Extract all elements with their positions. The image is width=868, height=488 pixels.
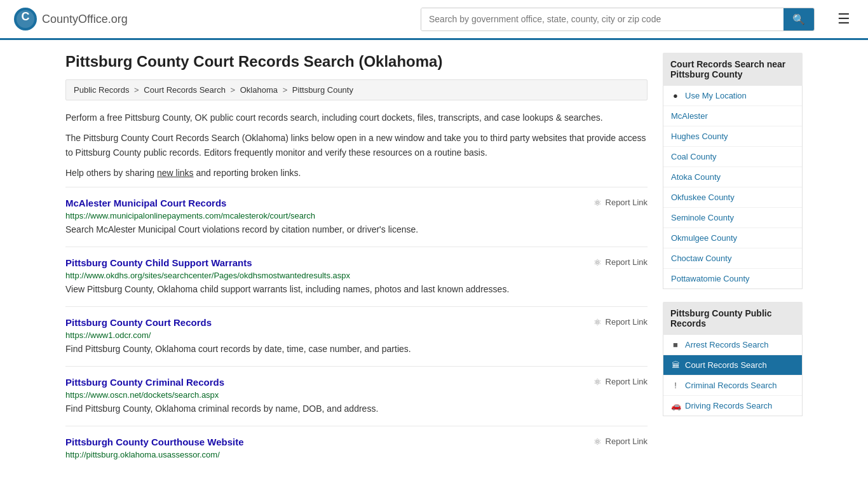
- record-entry-2: Pittsburg County Court Records ⚛ Report …: [65, 306, 648, 366]
- breadcrumb: Public Records > Court Records Search > …: [65, 79, 648, 100]
- record-desc-2: Find Pittsburg County, Oklahoma court re…: [65, 342, 648, 356]
- record-desc-3: Find Pittsburg County, Oklahoma criminal…: [65, 402, 648, 416]
- description-2: The Pittsburg County Court Records Searc…: [65, 131, 648, 159]
- record-url-4: http://pittsburg.oklahoma.usassessor.com…: [65, 450, 648, 459]
- building-icon: 🏛: [671, 360, 680, 370]
- new-links-link[interactable]: new links: [157, 168, 194, 178]
- record-entry-0: McAlester Municipal Court Records ⚛ Repo…: [65, 187, 648, 247]
- breadcrumb-pittsburg-county[interactable]: Pittsburg County: [292, 85, 353, 95]
- report-icon-1: ⚛: [593, 257, 602, 268]
- record-desc-1: View Pittsburg County, Oklahoma child su…: [65, 283, 648, 296]
- sidebar-link-coal-county[interactable]: Coal County: [663, 147, 802, 166]
- sidebar-pr-item-arrest: ■ Arrest Records Search: [663, 335, 802, 355]
- record-header-0: McAlester Municipal Court Records ⚛ Repo…: [65, 198, 648, 208]
- sidebar-public-records-list: ■ Arrest Records Search 🏛 Court Records …: [663, 335, 803, 416]
- page-title: Pittsburg County Court Records Search (O…: [65, 53, 648, 71]
- sidebar-public-records-section: Pittsburg County Public Records ■ Arrest…: [663, 302, 803, 416]
- sidebar-nearby-item-coal-county: Coal County: [663, 147, 802, 167]
- sidebar-pr-item-criminal: ! Criminal Records Search: [663, 376, 802, 396]
- sidebar-nearby-item-okmulgee-county: Okmulgee County: [663, 228, 802, 248]
- sidebar: Court Records Search near Pittsburg Coun…: [663, 53, 803, 472]
- sidebar-link-seminole-county[interactable]: Seminole County: [663, 208, 802, 227]
- record-url-0: https://www.municipalonlinepayments.com/…: [65, 211, 648, 220]
- sidebar-link-okfuskee-county[interactable]: Okfuskee County: [663, 187, 802, 207]
- page-content: Pittsburg County Court Records Search (O…: [53, 40, 815, 485]
- sidebar-pr-item-driving: 🚗 Driving Records Search: [663, 396, 802, 416]
- sidebar-link-okmulgee-county[interactable]: Okmulgee County: [663, 228, 802, 248]
- report-icon-2: ⚛: [593, 317, 602, 327]
- record-url-2: https://www1.odcr.com/: [65, 330, 648, 340]
- record-title-1[interactable]: Pittsburg County Child Support Warrants: [65, 257, 252, 268]
- sidebar-nearby-item-pottawatomie-county: Pottawatomie County: [663, 269, 802, 288]
- sidebar-pr-item-court: 🏛 Court Records Search: [663, 355, 802, 376]
- breadcrumb-public-records[interactable]: Public Records: [74, 85, 129, 95]
- record-title-3[interactable]: Pittsburg County Criminal Records: [65, 377, 224, 388]
- sidebar-nearby-item-mcalester: McAlester: [663, 106, 802, 126]
- sidebar-nearby-title: Court Records Search near Pittsburg Coun…: [663, 53, 803, 86]
- report-link-0[interactable]: ⚛ Report Link: [593, 198, 648, 208]
- report-link-1[interactable]: ⚛ Report Link: [593, 257, 648, 268]
- sidebar-link-atoka-county[interactable]: Atoka County: [663, 167, 802, 187]
- sidebar-nearby-item-atoka-county: Atoka County: [663, 167, 802, 187]
- menu-button[interactable]: ☰: [832, 8, 855, 30]
- main-content: Pittsburg County Court Records Search (O…: [65, 53, 648, 472]
- record-entry-3: Pittsburg County Criminal Records ⚛ Repo…: [65, 366, 648, 426]
- description-1: Perform a free Pittsburg County, OK publ…: [65, 111, 648, 125]
- logo-icon: C: [13, 6, 38, 32]
- report-icon-3: ⚛: [593, 377, 602, 387]
- record-title-2[interactable]: Pittsburg County Court Records: [65, 317, 212, 328]
- car-icon: 🚗: [671, 401, 680, 410]
- location-pin-icon: ●: [671, 91, 680, 100]
- record-url-3: https://www.oscn.net/dockets/search.aspx: [65, 390, 648, 400]
- record-url-1: http://www.okdhs.org/sites/searchcenter/…: [65, 271, 648, 280]
- logo[interactable]: C CountyOffice.org: [13, 6, 128, 32]
- svg-text:C: C: [22, 10, 30, 23]
- sidebar-nearby-item-choctaw-county: Choctaw County: [663, 248, 802, 269]
- report-link-4[interactable]: ⚛ Report Link: [593, 437, 648, 447]
- sidebar-nearby-section: Court Records Search near Pittsburg Coun…: [663, 53, 803, 289]
- exclamation-icon: !: [671, 381, 680, 390]
- sidebar-link-hughes-county[interactable]: Hughes County: [663, 126, 802, 146]
- record-header-2: Pittsburg County Court Records ⚛ Report …: [65, 317, 648, 328]
- record-title-4[interactable]: Pittsburgh County Courthouse Website: [65, 437, 244, 447]
- sidebar-link-pottawatomie-county[interactable]: Pottawatomie County: [663, 269, 802, 288]
- square-icon: ■: [671, 340, 680, 349]
- hamburger-icon: ☰: [837, 11, 850, 27]
- record-title-0[interactable]: McAlester Municipal Court Records: [65, 198, 226, 208]
- report-link-2[interactable]: ⚛ Report Link: [593, 317, 648, 327]
- record-header-4: Pittsburgh County Courthouse Website ⚛ R…: [65, 437, 648, 447]
- sidebar-link-mcalester[interactable]: McAlester: [663, 106, 802, 126]
- search-icon: 🔍: [792, 14, 805, 25]
- sidebar-link-driving-records[interactable]: 🚗 Driving Records Search: [663, 396, 802, 416]
- record-entry-1: Pittsburg County Child Support Warrants …: [65, 247, 648, 306]
- sidebar-link-choctaw-county[interactable]: Choctaw County: [663, 248, 802, 268]
- search-bar: 🔍: [421, 8, 815, 31]
- sidebar-link-use-my-location[interactable]: ● Use My Location: [663, 86, 802, 105]
- logo-text: CountyOffice.org: [42, 13, 128, 26]
- sidebar-nearby-item-hughes-county: Hughes County: [663, 126, 802, 147]
- record-header-1: Pittsburg County Child Support Warrants …: [65, 257, 648, 268]
- sidebar-link-criminal-records[interactable]: ! Criminal Records Search: [663, 376, 802, 395]
- record-desc-0: Search McAlester Municipal Court violati…: [65, 223, 648, 236]
- sidebar-nearby-item-seminole-county: Seminole County: [663, 208, 802, 228]
- breadcrumb-oklahoma[interactable]: Oklahoma: [240, 85, 278, 95]
- sidebar-public-records-title: Pittsburg County Public Records: [663, 302, 803, 335]
- record-header-3: Pittsburg County Criminal Records ⚛ Repo…: [65, 377, 648, 388]
- sidebar-link-court-records[interactable]: 🏛 Court Records Search: [663, 355, 802, 375]
- record-entry-4: Pittsburgh County Courthouse Website ⚛ R…: [65, 426, 648, 472]
- sidebar-nearby-list: ● Use My Location McAlester Hughes Count…: [663, 86, 803, 289]
- sidebar-link-arrest-records[interactable]: ■ Arrest Records Search: [663, 335, 802, 355]
- report-icon-4: ⚛: [593, 437, 602, 447]
- header: C CountyOffice.org 🔍 ☰: [0, 0, 868, 40]
- breadcrumb-court-records-search[interactable]: Court Records Search: [144, 85, 226, 95]
- report-icon-0: ⚛: [593, 198, 602, 208]
- records-list: McAlester Municipal Court Records ⚛ Repo…: [65, 187, 648, 472]
- search-button[interactable]: 🔍: [783, 8, 814, 30]
- report-link-3[interactable]: ⚛ Report Link: [593, 377, 648, 387]
- sidebar-nearby-item-location: ● Use My Location: [663, 86, 802, 106]
- description-3: Help others by sharing new links and rep…: [65, 166, 648, 180]
- search-input[interactable]: [421, 8, 783, 30]
- sidebar-nearby-item-okfuskee-county: Okfuskee County: [663, 187, 802, 208]
